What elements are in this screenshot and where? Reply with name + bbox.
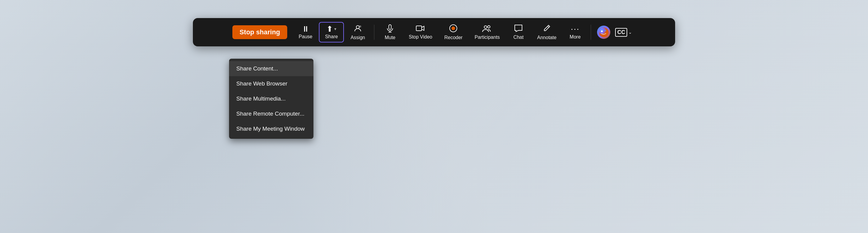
- pause-icon: ⏸: [302, 25, 310, 33]
- annotate-button[interactable]: Annotate: [532, 22, 562, 43]
- pause-button[interactable]: ⏸ Pause: [293, 23, 318, 42]
- stop-sharing-button[interactable]: Stop sharing: [232, 25, 287, 39]
- share-button[interactable]: ⬆ ▾ Share: [319, 22, 344, 42]
- mute-icon: [386, 24, 394, 34]
- share-multimedia-item[interactable]: Share Multimedia...: [229, 91, 313, 106]
- assign-button[interactable]: Assign: [345, 22, 370, 43]
- chat-button[interactable]: Chat: [506, 22, 530, 42]
- share-dropdown-menu: Share Content... Share Web Browser Share…: [229, 59, 313, 139]
- share-label: Share: [325, 34, 338, 39]
- more-button[interactable]: ··· More: [563, 22, 587, 42]
- cc-label: CC: [615, 28, 627, 37]
- share-remote-computer-label: Share Remote Computer...: [236, 110, 304, 117]
- share-content-item[interactable]: Share Content...: [229, 61, 313, 76]
- chat-icon: [514, 24, 523, 33]
- participants-button[interactable]: Participants: [469, 22, 505, 42]
- annotate-label: Annotate: [537, 35, 556, 40]
- recoder-label: Recoder: [444, 35, 462, 40]
- mute-button[interactable]: Mute: [378, 22, 402, 43]
- recoder-button[interactable]: Recoder: [439, 22, 468, 43]
- toolbar: Stop sharing ⏸ Pause ⬆ ▾ Share Assign: [193, 18, 675, 46]
- svg-point-10: [484, 26, 487, 29]
- share-web-browser-item[interactable]: Share Web Browser: [229, 76, 313, 91]
- annotate-icon: [542, 24, 551, 34]
- svg-rect-4: [389, 25, 391, 30]
- participants-label: Participants: [475, 35, 500, 40]
- share-meeting-window-item[interactable]: Share My Meeting Window: [229, 121, 313, 136]
- stop-video-label: Stop Video: [409, 34, 432, 40]
- stop-video-button[interactable]: Stop Video: [403, 22, 438, 42]
- participants-icon: [482, 24, 492, 33]
- share-icon: ⬆: [327, 25, 333, 33]
- share-content-label: Share Content...: [236, 65, 278, 72]
- pause-label: Pause: [299, 34, 312, 39]
- svg-point-9: [452, 27, 455, 30]
- recoder-icon: [449, 24, 458, 34]
- mute-label: Mute: [384, 35, 396, 40]
- svg-rect-7: [416, 26, 422, 31]
- share-web-browser-label: Share Web Browser: [236, 80, 287, 87]
- share-dropdown-arrow-icon: ▾: [334, 27, 336, 31]
- svg-point-13: [599, 27, 609, 37]
- assign-icon: [353, 24, 362, 34]
- share-remote-computer-item[interactable]: Share Remote Computer...: [229, 106, 313, 121]
- svg-point-15: [605, 30, 606, 31]
- chat-label: Chat: [513, 35, 524, 40]
- svg-point-11: [488, 26, 490, 28]
- more-label: More: [569, 34, 581, 40]
- divider-1: [374, 25, 374, 40]
- svg-line-12: [548, 26, 549, 27]
- share-meeting-window-label: Share My Meeting Window: [236, 126, 305, 132]
- svg-point-0: [356, 26, 359, 29]
- more-icon: ···: [571, 25, 580, 33]
- cc-chevron-icon: ⌄: [628, 30, 632, 35]
- svg-point-14: [601, 30, 603, 32]
- stop-video-icon: [416, 25, 425, 33]
- cc-button[interactable]: CC ⌄: [612, 26, 636, 39]
- divider-2: [591, 25, 591, 40]
- right-section: CC ⌄: [597, 26, 636, 39]
- share-multimedia-label: Share Multimedia...: [236, 95, 286, 102]
- avatar-button[interactable]: [597, 26, 610, 39]
- assign-label: Assign: [350, 35, 365, 40]
